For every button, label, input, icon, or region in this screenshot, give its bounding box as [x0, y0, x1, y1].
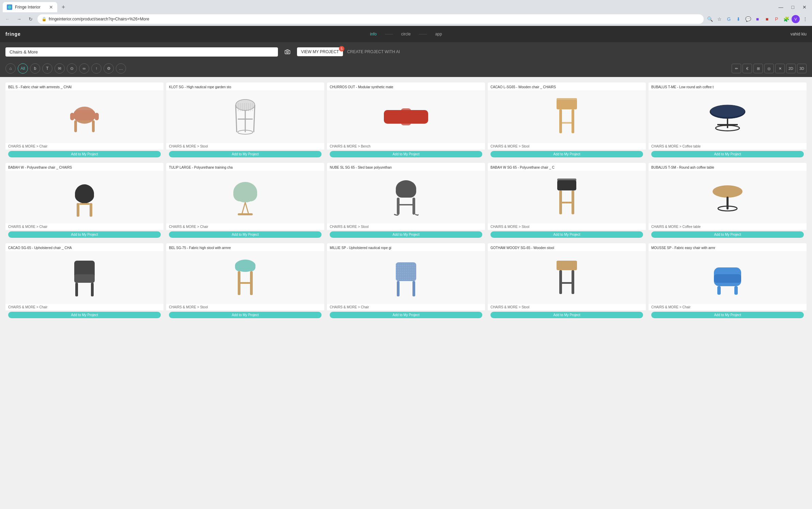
product-category: CHAIRS & MORE > Stool	[488, 304, 646, 310]
product-footer: Add to My Project	[327, 310, 485, 321]
svg-rect-63	[235, 262, 255, 271]
add-to-project-button[interactable]: Add to My Project	[8, 312, 161, 318]
svg-rect-4	[74, 120, 77, 132]
minimize-button[interactable]: —	[776, 3, 786, 11]
browser-tab[interactable]: Fringe Interior ✕	[3, 2, 57, 12]
close-button[interactable]: ✕	[800, 3, 809, 11]
translate-icon[interactable]: G	[725, 15, 733, 23]
svg-rect-28	[559, 122, 574, 124]
svg-rect-78	[397, 281, 400, 296]
product-card[interactable]: CHURROS OUT - Modular synthetic mate CHA…	[327, 82, 485, 160]
add-to-project-button[interactable]: Add to My Project	[490, 312, 643, 318]
nav-circle[interactable]: circle	[401, 32, 411, 36]
ext3-icon[interactable]: P	[772, 15, 781, 23]
add-to-project-button[interactable]: Add to My Project	[330, 312, 482, 318]
product-footer: Add to My Project	[488, 310, 646, 321]
bookmark-icon[interactable]: ☆	[715, 15, 723, 23]
product-card[interactable]: MILLIE SP - Upholstered nautical rope gi…	[327, 243, 485, 321]
ext1-icon[interactable]: ■	[753, 15, 762, 23]
add-to-project-button[interactable]: Add to My Project	[651, 151, 804, 157]
add-to-project-button[interactable]: Add to My Project	[330, 151, 482, 157]
profile-icon[interactable]: V	[792, 15, 800, 23]
ext2-icon[interactable]: ■	[763, 15, 771, 23]
product-card[interactable]: GOTHAM WOODY SG-65 - Wooden stool CHAIRS…	[488, 243, 646, 321]
filter-text[interactable]: T	[42, 63, 52, 74]
nav-info[interactable]: info	[370, 32, 376, 36]
filter-inf[interactable]: ∞	[79, 63, 89, 74]
filter-bar: ⌂ All b T ✉ ⊙ ∞ ↑ ⚙ … ✏ € ⊞ ◎ ✕ 2D 3D	[0, 61, 812, 77]
euro-icon[interactable]: €	[743, 64, 752, 73]
reload-button[interactable]: ↻	[26, 14, 35, 24]
product-title: BEL SG-75 - Fabric high stool with armre	[166, 243, 324, 251]
product-category: CHAIRS & MORE > Chair	[5, 304, 163, 310]
product-card[interactable]: BABAH W - Polyurethane chair _ CHAIRS CH…	[5, 163, 163, 241]
maximize-button[interactable]: □	[789, 3, 797, 11]
product-card[interactable]: CACAO SG-65 - Upholstered chair _ CHA CH…	[5, 243, 163, 321]
product-card[interactable]: NUBE SL SG 65 - Sled base polyurethan CH…	[327, 163, 485, 241]
product-card[interactable]: BEL SG-75 - Fabric high stool with armre…	[166, 243, 324, 321]
view-2d[interactable]: 2D	[786, 64, 796, 73]
camera-search-button[interactable]	[282, 46, 293, 57]
add-to-project-button[interactable]: Add to My Project	[8, 151, 161, 157]
search-input[interactable]	[10, 49, 274, 55]
filter-mail[interactable]: ✉	[54, 63, 65, 74]
create-project-button[interactable]: CREATE PROJECT WITH AI	[347, 49, 400, 54]
add-to-project-button[interactable]: Add to My Project	[169, 231, 322, 238]
address-bar[interactable]: 🔒 fringeinterior.com/product/search?q=Ch…	[37, 14, 704, 24]
table-icon[interactable]: ⊞	[753, 64, 763, 73]
svg-rect-3	[74, 110, 95, 120]
nav-app[interactable]: app	[435, 32, 442, 36]
product-card[interactable]: BUBALUS T-SM - Round ash coffee table CH…	[649, 163, 807, 241]
svg-point-0	[8, 5, 11, 9]
add-to-project-button[interactable]: Add to My Project	[8, 231, 161, 238]
add-to-project-button[interactable]: Add to My Project	[169, 312, 322, 318]
filter-icons: ⌂ All b T ✉ ⊙ ∞ ↑ ⚙ …	[5, 63, 126, 74]
add-to-project-button[interactable]: Add to My Project	[490, 231, 643, 238]
add-to-project-button[interactable]: Add to My Project	[330, 231, 482, 238]
filter-home[interactable]: ⌂	[5, 63, 16, 74]
search-icon[interactable]: 🔍	[706, 15, 714, 23]
new-tab-button[interactable]: +	[59, 2, 68, 12]
filter-gear[interactable]: ⚙	[104, 63, 114, 74]
svg-rect-7	[70, 113, 74, 120]
whatsapp-icon[interactable]: 💬	[744, 15, 752, 23]
filter-up[interactable]: ↑	[91, 63, 102, 74]
add-to-project-button[interactable]: Add to My Project	[651, 231, 804, 238]
product-card[interactable]: BEL S - Fabric chair with armrests _ CHA…	[5, 82, 163, 160]
product-card[interactable]: KLOT SG - High nautical rope garden sto …	[166, 82, 324, 160]
product-card[interactable]: BABAH W SG 65 - Polyurethane chair _ C C…	[488, 163, 646, 241]
product-illustration	[169, 93, 322, 140]
menu-icon[interactable]: ⋮	[801, 15, 809, 23]
browser-chrome: Fringe Interior ✕ + — □ ✕ ← → ↻ 🔒 fringe…	[0, 0, 812, 26]
product-card[interactable]: MOUSSE SP - Fabric easy chair with armr …	[649, 243, 807, 321]
svg-rect-86	[717, 286, 721, 295]
filter-more[interactable]: …	[116, 63, 126, 74]
product-illustration	[490, 173, 643, 221]
edit-icon[interactable]: ✏	[732, 64, 741, 73]
svg-line-43	[245, 202, 249, 214]
view-project-button[interactable]: VIEW MY PROJECT 5	[297, 47, 343, 56]
download-icon[interactable]: ⬇	[734, 15, 743, 23]
add-to-project-button[interactable]: Add to My Project	[169, 151, 322, 157]
close-icon[interactable]: ✕	[775, 64, 785, 73]
product-card[interactable]: BUBALUS T-ME - Low round ash coffee t CH…	[649, 82, 807, 160]
filter-all[interactable]: All	[18, 63, 28, 74]
svg-rect-48	[412, 198, 415, 215]
view-3d[interactable]: 3D	[797, 64, 807, 73]
target-icon[interactable]: ◎	[764, 64, 774, 73]
add-to-project-button[interactable]: Add to My Project	[490, 151, 643, 157]
back-button[interactable]: ←	[3, 14, 12, 24]
user-name[interactable]: vahid kiu	[791, 32, 807, 36]
product-card[interactable]: TULIP LARGE - Polyurethane training cha …	[166, 163, 324, 241]
forward-button[interactable]: →	[14, 14, 24, 24]
svg-line-10	[236, 105, 237, 132]
product-card[interactable]: CACAO L-SG65 - Wooden chair _ CHAIRS CHA…	[488, 82, 646, 160]
add-to-project-button[interactable]: Add to My Project	[651, 312, 804, 318]
app-logo[interactable]: fringe	[5, 31, 21, 37]
filter-circle[interactable]: ⊙	[67, 63, 77, 74]
filter-b[interactable]: b	[30, 63, 40, 74]
tab-close-button[interactable]: ✕	[49, 4, 53, 10]
product-image	[5, 251, 163, 304]
extensions-icon[interactable]: 🧩	[782, 15, 790, 23]
main-content: BEL S - Fabric chair with armrests _ CHA…	[0, 77, 812, 326]
